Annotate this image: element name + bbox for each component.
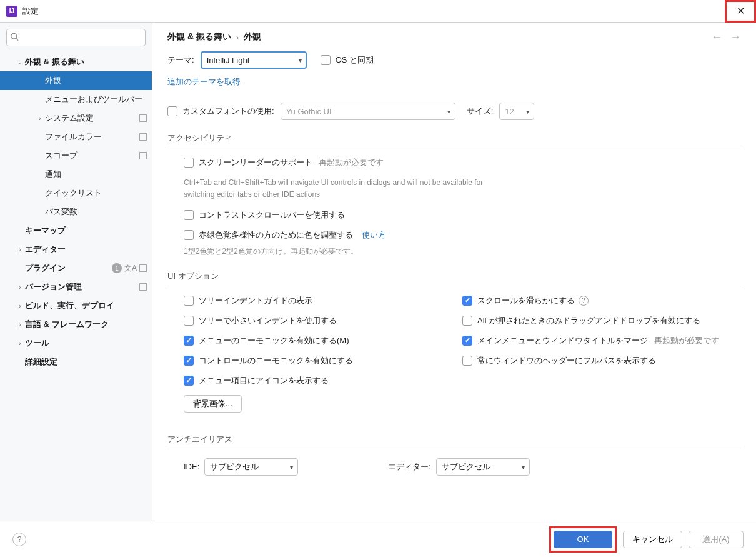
custom-font-checkbox[interactable] (167, 106, 177, 116)
background-image-button[interactable]: 背景画像... (184, 395, 242, 413)
sync-os-label: OS と同期 (336, 54, 374, 66)
aa-ide-label: IDE: (184, 462, 199, 471)
control-mnemonic-checkbox[interactable] (184, 356, 194, 366)
sidebar-item-11[interactable]: プラグイン1文A (0, 259, 152, 278)
breadcrumb-root[interactable]: 外観 & 振る舞い (167, 31, 231, 43)
sync-os-checkbox[interactable] (321, 55, 331, 65)
sidebar-item-8[interactable]: パス変数 (0, 203, 152, 221)
sidebar-item-3[interactable]: ›システム設定 (0, 109, 152, 128)
theme-select[interactable]: IntelliJ Light ▾ (201, 51, 307, 69)
sidebar-item-5[interactable]: スコープ (0, 146, 152, 165)
nav-forward-icon[interactable]: → (730, 31, 741, 44)
sidebar-item-label: 詳細設定 (25, 356, 147, 368)
sidebar-item-6[interactable]: 通知 (0, 165, 152, 184)
project-scope-icon (139, 133, 147, 141)
ok-button[interactable]: OK (554, 531, 612, 548)
contrast-scrollbar-label: コントラストスクロールバーを使用する (199, 209, 345, 221)
screen-reader-checkbox[interactable] (184, 158, 194, 168)
sidebar-item-2[interactable]: メニューおよびツールバー (0, 90, 152, 109)
contrast-scrollbar-checkbox[interactable] (184, 210, 194, 220)
tree-arrow-icon: › (15, 246, 25, 253)
breadcrumb-current: 外観 (244, 31, 261, 43)
smooth-scroll-checkbox[interactable] (462, 296, 472, 306)
sidebar-item-label: エディター (25, 244, 147, 255)
sidebar-item-14[interactable]: ›言語 & フレームワーク (0, 315, 152, 334)
menu-icons-label: メニュー項目にアイコンを表示する (199, 375, 329, 386)
sidebar-item-label: プラグイン (25, 263, 112, 274)
merge-title-label: メインメニューとウィンドウタイトルをマージ (477, 335, 648, 346)
sidebar-item-label: スコープ (45, 150, 139, 161)
font-select[interactable]: Yu Gothic UI ▾ (281, 103, 455, 120)
svg-line-1 (16, 38, 19, 41)
tree-arrow-icon: › (35, 115, 45, 122)
merge-title-checkbox[interactable] (462, 336, 472, 346)
aa-editor-label: エディター: (388, 461, 431, 473)
sidebar-item-label: システム設定 (45, 113, 139, 124)
sidebar-item-label: 外観 & 振る舞い (25, 56, 147, 68)
small-indent-checkbox[interactable] (184, 316, 194, 326)
sidebar-item-label: バージョン管理 (25, 281, 139, 293)
sidebar-item-10[interactable]: ›エディター (0, 240, 152, 259)
sidebar-item-12[interactable]: ›バージョン管理 (0, 278, 152, 296)
project-scope-icon (139, 114, 147, 122)
smooth-scroll-label: スクロールを滑らかにする (477, 295, 575, 306)
menu-mnemonic-label: メニューのニーモニックを有効にする(M) (199, 335, 349, 346)
badge-icon: 1 (112, 263, 122, 273)
sidebar-item-16[interactable]: 詳細設定 (0, 353, 152, 371)
search-icon (10, 33, 19, 43)
sidebar-item-label: ツール (25, 338, 147, 349)
window-title: 設定 (22, 6, 725, 17)
fullpath-header-checkbox[interactable] (462, 356, 472, 366)
custom-font-label: カスタムフォントの使用: (182, 106, 274, 117)
project-scope-icon (139, 283, 147, 291)
sidebar-item-label: メニューおよびツールバー (45, 94, 147, 105)
alt-drag-checkbox[interactable] (462, 316, 472, 326)
app-icon: IJ (6, 6, 17, 17)
sidebar: ⌄外観 & 振る舞い外観メニューおよびツールバー›システム設定ファイルカラースコ… (0, 23, 152, 521)
sidebar-item-4[interactable]: ファイルカラー (0, 128, 152, 146)
sidebar-item-9[interactable]: キーマップ (0, 221, 152, 240)
sidebar-item-label: ビルド、実行、デプロイ (25, 300, 147, 311)
breadcrumb-sep: › (236, 33, 239, 42)
svg-point-0 (11, 33, 17, 39)
cancel-button[interactable]: キャンセル (623, 531, 682, 548)
screen-reader-hint: 再起動が必要です (319, 157, 384, 168)
sidebar-item-label: 言語 & フレームワーク (25, 319, 147, 330)
antialias-title: アンチエイリアス (167, 434, 741, 445)
menu-icons-checkbox[interactable] (184, 376, 194, 386)
help-icon[interactable]: ? (12, 533, 26, 546)
get-more-themes-link[interactable]: 追加のテーマを取得 (167, 76, 241, 88)
screen-reader-label: スクリーンリーダーのサポート (199, 157, 312, 168)
aa-ide-select[interactable]: サブピクセル ▾ (204, 458, 298, 476)
tree-arrow-icon: › (15, 284, 25, 291)
indent-guides-checkbox[interactable] (184, 296, 194, 306)
color-adjust-checkbox[interactable] (184, 230, 194, 240)
tree-arrow-icon: › (15, 321, 25, 328)
close-icon[interactable]: ✕ (737, 5, 745, 17)
sidebar-item-label: パス変数 (45, 206, 147, 218)
project-scope-icon (139, 152, 147, 159)
sidebar-item-1[interactable]: 外観 (0, 71, 152, 90)
menu-mnemonic-checkbox[interactable] (184, 336, 194, 346)
sidebar-item-15[interactable]: ›ツール (0, 334, 152, 353)
sidebar-item-13[interactable]: ›ビルド、実行、デプロイ (0, 296, 152, 315)
indent-guides-label: ツリーインデントガイドの表示 (199, 295, 312, 306)
tree-arrow-icon: › (15, 340, 25, 347)
apply-button[interactable]: 適用(A) (689, 531, 744, 548)
sidebar-item-label: 通知 (45, 169, 147, 180)
font-size-select[interactable]: 12 ▾ (499, 103, 534, 120)
sidebar-item-label: キーマップ (25, 225, 147, 236)
control-mnemonic-label: コントロールのニーモニックを有効にする (199, 355, 353, 366)
sidebar-item-0[interactable]: ⌄外観 & 振る舞い (0, 53, 152, 71)
screen-reader-desc: Ctrl+Tab and Ctrl+Shift+Tab will navigat… (184, 177, 484, 201)
aa-editor-select[interactable]: サブピクセル ▾ (436, 458, 530, 476)
nav-back-icon[interactable]: ← (711, 31, 722, 44)
ui-options-title: UI オプション (167, 271, 741, 282)
smooth-scroll-help-icon[interactable]: ? (579, 296, 589, 306)
sidebar-item-7[interactable]: クイックリスト (0, 184, 152, 203)
fullpath-header-label: 常にウィンドウのヘッダーにフルパスを表示する (477, 355, 656, 366)
color-howto-link[interactable]: 使い方 (362, 229, 386, 241)
search-input[interactable] (6, 29, 146, 46)
sidebar-item-label: クイックリスト (45, 188, 147, 199)
tree-arrow-icon: › (15, 303, 25, 309)
